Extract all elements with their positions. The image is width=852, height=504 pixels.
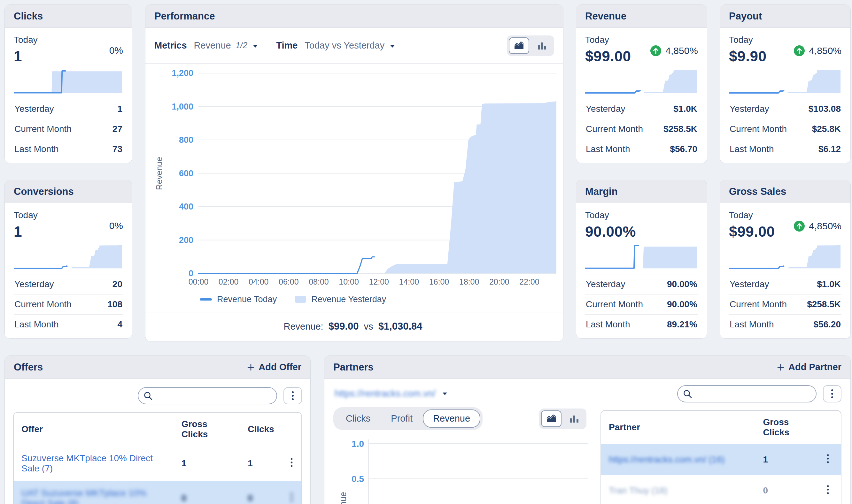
partners-table: Partner Gross Clicks https://rentracks.c… xyxy=(601,410,841,504)
legend-area-swatch xyxy=(295,296,306,303)
partners-table-row[interactable]: Tran Thuy (18) 0 xyxy=(601,475,841,504)
chart-type-toggle xyxy=(507,35,554,56)
stat-row: Current Month27 xyxy=(14,119,123,139)
svg-text:12:00: 12:00 xyxy=(369,277,389,286)
legend-line-swatch xyxy=(200,298,212,301)
chart-summary: Revenue: $99.00 vs $1,030.84 xyxy=(145,312,563,332)
column-header-actions xyxy=(815,411,841,444)
margin-card-header: Margin xyxy=(576,180,707,203)
plus-icon xyxy=(777,363,785,371)
chart-legend: Revenue Today Revenue Yesterday xyxy=(145,291,563,308)
offer-link[interactable]: Suzuverse MKTplace 10% Direct Sale (7) xyxy=(21,453,153,473)
offers-table-header-row: Offer Gross Clicks Clicks xyxy=(14,413,301,446)
offers-table-row-selected[interactable]: UAT Suzuverse MKTplace 10% Direct Sale (… xyxy=(14,481,301,504)
revenue-card: Revenue Today $99.00 4,850% Yesterday$1.… xyxy=(576,4,707,163)
line-chart-toggle-button[interactable] xyxy=(509,37,529,54)
kebab-menu-icon xyxy=(290,458,293,467)
clicks-sparkline xyxy=(14,66,123,95)
bar-chart-toggle-button[interactable] xyxy=(564,410,585,427)
stat-row: Yesterday$1.0K xyxy=(729,274,841,294)
partners-card: Partners Add Partner https://rentracks.c… xyxy=(324,356,851,504)
tab-profit[interactable]: Profit xyxy=(380,410,423,428)
today-label: Today xyxy=(585,210,636,220)
change-badge: 4,850% xyxy=(650,45,698,56)
offers-table-menu-button[interactable] xyxy=(283,387,302,404)
metrics-dropdown[interactable]: Revenue 1/2 xyxy=(194,40,259,51)
gross-clicks-value: 0 xyxy=(181,493,187,503)
revenue-card-title: Revenue xyxy=(585,11,626,22)
today-value: $9.90 xyxy=(729,48,767,65)
offer-link[interactable]: UAT Suzuverse MKTplace 10% Direct Sale (… xyxy=(21,488,146,504)
time-dropdown[interactable]: Today vs Yesterday xyxy=(305,40,395,51)
stat-row: Current Month$258.5K xyxy=(729,294,841,314)
svg-text:10:00: 10:00 xyxy=(339,277,359,286)
payout-card: Payout Today $9.90 4,850% Yesterday$103.… xyxy=(720,4,851,163)
add-partner-button[interactable]: Add Partner xyxy=(777,362,841,373)
clicks-card-header: Clicks xyxy=(5,5,132,28)
time-label: Time xyxy=(276,40,298,51)
kebab-menu-icon xyxy=(831,389,833,399)
row-menu-button[interactable] xyxy=(282,446,301,481)
row-menu-button[interactable] xyxy=(815,475,841,504)
change-value: 4,850% xyxy=(665,46,698,56)
kebab-menu-icon xyxy=(827,485,829,494)
gross-clicks-value: 1 xyxy=(755,444,815,475)
clicks-value: 1 xyxy=(240,446,282,481)
column-header-gross-clicks: Gross Clicks xyxy=(755,411,815,444)
svg-text:600: 600 xyxy=(179,169,193,178)
plus-icon xyxy=(247,363,255,371)
partners-search-input[interactable] xyxy=(677,385,817,402)
change-value: 0% xyxy=(109,220,123,231)
metrics-page-indicator: 1/2 xyxy=(235,40,248,51)
line-chart-toggle-button[interactable] xyxy=(541,410,562,427)
svg-text:20:00: 20:00 xyxy=(489,277,510,286)
today-label: Today xyxy=(729,35,767,45)
payout-sparkline xyxy=(729,66,841,95)
conversions-card-header: Conversions xyxy=(5,180,132,203)
gross-clicks-value: 0 xyxy=(755,475,815,504)
tab-revenue[interactable]: Revenue xyxy=(423,410,480,428)
stat-row: Last Month$56.70 xyxy=(585,139,698,159)
offers-search-input[interactable] xyxy=(138,387,277,404)
add-offer-button[interactable]: Add Offer xyxy=(247,362,301,373)
today-label: Today xyxy=(729,210,775,220)
svg-text:06:00: 06:00 xyxy=(279,277,299,286)
margin-sparkline xyxy=(585,241,698,270)
today-label: Today xyxy=(585,35,631,45)
change-value: 4,850% xyxy=(809,46,841,56)
svg-text:Revenue: Revenue xyxy=(154,157,164,190)
column-header-offer: Offer xyxy=(14,413,174,446)
bar-chart-icon xyxy=(569,414,579,423)
change-badge: 4,850% xyxy=(794,220,841,232)
partner-name: Tran Thuy (18) xyxy=(609,485,668,496)
partner-link[interactable]: https://rentracks.com.vn/ (16) xyxy=(609,454,725,464)
column-header-clicks: Clicks xyxy=(240,413,282,446)
partners-table-menu-button[interactable] xyxy=(823,385,841,402)
partners-chart-type-toggle xyxy=(539,409,586,429)
svg-text:08:00: 08:00 xyxy=(309,277,329,286)
stat-row: Yesterday$103.08 xyxy=(729,99,841,119)
row-menu-button[interactable] xyxy=(815,444,841,475)
bar-chart-icon xyxy=(537,41,547,50)
offers-table-row[interactable]: Suzuverse MKTplace 10% Direct Sale (7) 1… xyxy=(14,446,301,481)
today-value: 1 xyxy=(14,48,38,65)
bar-chart-toggle-button[interactable] xyxy=(532,37,552,54)
row-menu-button[interactable] xyxy=(282,481,301,504)
today-value: 1 xyxy=(14,223,38,240)
gross-sales-card-title: Gross Sales xyxy=(729,186,786,197)
gross-clicks-value: 1 xyxy=(174,446,240,481)
svg-text:14:00: 14:00 xyxy=(399,277,419,286)
offers-card-title: Offers xyxy=(14,362,43,373)
offers-card-header: Offers Add Offer xyxy=(5,356,310,379)
performance-card: Performance Metrics Revenue 1/2 Time Tod… xyxy=(145,4,564,341)
partner-filter-dropdown[interactable]: https://rentracks.com.vn/ xyxy=(335,389,586,399)
tab-clicks[interactable]: Clicks xyxy=(336,410,380,428)
clicks-card-title: Clicks xyxy=(14,11,43,22)
search-icon xyxy=(143,391,153,401)
stat-row: Yesterday$1.0K xyxy=(585,99,698,119)
chevron-down-icon xyxy=(442,392,448,396)
stat-row: Current Month$258.5K xyxy=(585,119,698,139)
partners-table-row-selected[interactable]: https://rentracks.com.vn/ (16) 1 xyxy=(601,444,841,475)
stat-row: Yesterday20 xyxy=(14,274,123,294)
performance-card-title: Performance xyxy=(154,11,215,22)
